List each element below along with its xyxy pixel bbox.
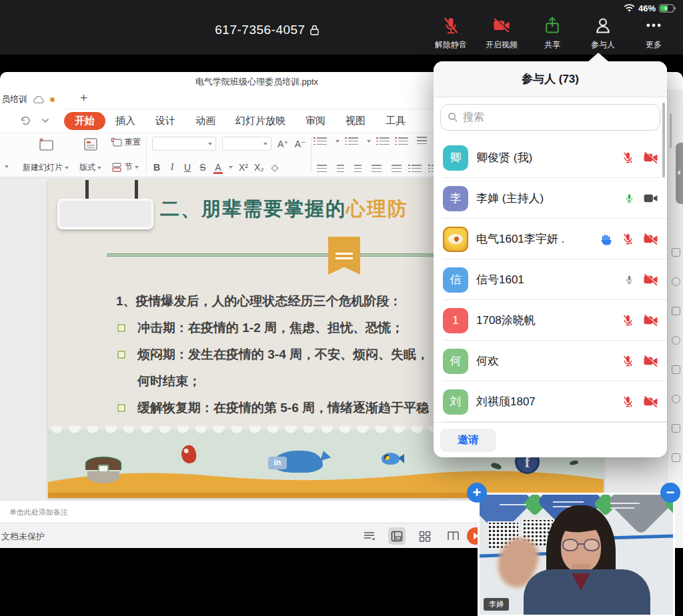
numbered-list-button[interactable] — [348, 137, 358, 145]
reset-button[interactable]: 重置 — [111, 137, 141, 148]
meeting-id[interactable]: 617-7356-4057 — [160, 23, 374, 37]
new-slide-icon — [36, 136, 56, 155]
search-placeholder: 搜索 — [463, 111, 484, 125]
justify-button[interactable] — [372, 165, 382, 173]
subscript-button[interactable]: X₂ — [254, 162, 264, 173]
body-bullet-2-cont: 何时结束； — [116, 368, 429, 395]
dropdown-caret-icon — [229, 166, 233, 169]
sidebar-tool-icon[interactable] — [672, 395, 680, 403]
new-tab-button[interactable]: + — [75, 91, 93, 105]
square-bullet-icon — [117, 404, 125, 412]
line-spacing-button[interactable] — [412, 165, 422, 173]
dropdown-caret-icon — [65, 167, 69, 169]
bold-button[interactable]: B — [152, 162, 161, 173]
layout-icon — [82, 136, 99, 153]
more-button[interactable]: 更多 — [628, 16, 679, 51]
font-size-select[interactable] — [222, 137, 271, 151]
sidebar-tool-icon[interactable] — [672, 336, 680, 345]
mic-off-icon — [622, 354, 634, 368]
search-input[interactable]: 搜索 — [440, 104, 660, 131]
tab-design[interactable]: 设计 — [145, 112, 185, 130]
slide-body: 1、疫情爆发后，人的心理状态经历三个危机阶段： 冲击期：在疫情的 1-2 周，焦… — [116, 288, 429, 421]
tab-home[interactable]: 开始 — [64, 112, 105, 130]
participant-row[interactable]: 电气1601李宇妍 . — [434, 219, 667, 259]
sidebar-tool-icon[interactable] — [672, 424, 680, 433]
participants-title: 参与人 (73) — [434, 61, 667, 97]
increase-indent-button[interactable] — [398, 137, 408, 145]
decrease-indent-button[interactable] — [380, 137, 390, 145]
reset-label: 重置 — [125, 137, 141, 148]
new-slide-button[interactable]: 新建幻灯片 — [23, 136, 69, 173]
layout-button[interactable]: 版式 — [79, 136, 101, 173]
clipped-paste-button[interactable] — [0, 136, 13, 173]
protection-status: 文档未保护 — [1, 531, 45, 543]
decrease-font-button[interactable]: A⁻ — [295, 139, 306, 149]
sidebar-tool-icon[interactable] — [672, 365, 680, 374]
tab-slideshow[interactable]: 幻灯片放映 — [225, 112, 295, 130]
video-on-icon — [643, 193, 658, 204]
participant-row[interactable]: 刘 刘祺颀1807 — [434, 381, 667, 422]
participant-row[interactable]: 李 李婵 (主持人) — [434, 178, 667, 219]
participant-row[interactable]: 卿 卿俊贤 (我) — [434, 137, 667, 178]
participants-label: 参与人 — [591, 39, 615, 51]
distribute-button[interactable] — [392, 165, 402, 173]
sidebar-scrollbar[interactable] — [670, 113, 672, 148]
increase-font-button[interactable]: A⁺ — [277, 139, 289, 149]
align-right-button[interactable] — [354, 165, 362, 173]
participant-row[interactable]: 何 何欢 — [434, 341, 667, 381]
dropdown-caret-icon — [335, 140, 339, 143]
body-bullet-3: 缓解恢复期：在疫情的第 5-6 周，情绪逐渐趋于平稳 — [116, 395, 429, 421]
video-enlarge-button[interactable]: + — [467, 483, 487, 503]
bullet-list-button[interactable] — [317, 137, 327, 145]
font-name-select[interactable] — [152, 137, 216, 151]
text-direction-button[interactable] — [417, 137, 427, 145]
underline-button[interactable]: U — [183, 162, 192, 173]
participants-button[interactable]: 参与人 — [578, 16, 628, 51]
tab-animation[interactable]: 动画 — [185, 112, 225, 130]
section-button[interactable]: 节 — [111, 161, 141, 173]
zoom-toolbar: 46% 617-7356-4057 解除静音 开启视频 共享 参与人 — [0, 0, 683, 55]
chevron-down-icon[interactable] — [41, 118, 49, 123]
video-shrink-button[interactable]: − — [660, 483, 680, 503]
normal-view-button[interactable] — [388, 527, 406, 545]
sidebar-tool-icon[interactable] — [672, 307, 680, 315]
sidebar-tool-icon[interactable] — [672, 248, 680, 257]
notes-toggle-button[interactable] — [360, 527, 378, 545]
layout-label: 版式 — [79, 162, 95, 173]
font-color-button[interactable]: A — [213, 162, 223, 173]
superscript-button[interactable]: X² — [239, 162, 248, 173]
clear-format-button[interactable]: ◇ — [270, 162, 279, 173]
document-tab[interactable]: 员培训 — [0, 89, 61, 109]
tab-review[interactable]: 审阅 — [295, 112, 335, 130]
start-video-button[interactable]: 开启视频 — [476, 16, 527, 51]
participant-row[interactable]: 1 1708涂晓帆 — [434, 300, 667, 341]
tab-insert[interactable]: 插入 — [105, 112, 145, 130]
unmute-button[interactable]: 解除静音 — [426, 16, 476, 51]
invite-button[interactable]: 邀请 — [440, 429, 496, 452]
linkedin-badge: in — [268, 457, 287, 469]
wifi-icon — [624, 4, 635, 13]
battery-percent: 46% — [638, 3, 656, 13]
italic-button[interactable]: I — [167, 162, 177, 173]
align-center-button[interactable] — [337, 165, 344, 173]
tab-view[interactable]: 视图 — [335, 112, 376, 130]
video-off-icon — [643, 314, 658, 327]
align-left-button[interactable] — [317, 165, 327, 173]
sidebar-tool-icon[interactable] — [672, 277, 680, 286]
redo-icon[interactable] — [20, 115, 31, 126]
search-icon — [448, 112, 458, 123]
tab-tools[interactable]: 工具 — [376, 112, 416, 130]
participants-panel: 参与人 (73) 搜索 卿 卿俊贤 (我) 李 李婵 (主持人) — [434, 61, 667, 457]
sidebar-collapse-handle[interactable] — [676, 143, 683, 204]
host-video-thumbnail[interactable]: 李婵 — [478, 493, 675, 616]
dropdown-caret-icon — [135, 166, 139, 169]
sidebar-tool-icon[interactable] — [672, 453, 680, 462]
slide-sorter-button[interactable] — [416, 527, 434, 545]
participant-name: 卿俊贤 (我) — [476, 150, 532, 165]
participant-row[interactable]: 信 信号1601 — [434, 259, 667, 300]
dropdown-caret-icon — [263, 143, 267, 145]
strikethrough-button[interactable]: S — [198, 162, 207, 173]
share-button[interactable]: 共享 — [527, 16, 578, 51]
more-label: 更多 — [646, 39, 662, 51]
read-view-button[interactable] — [444, 527, 462, 545]
